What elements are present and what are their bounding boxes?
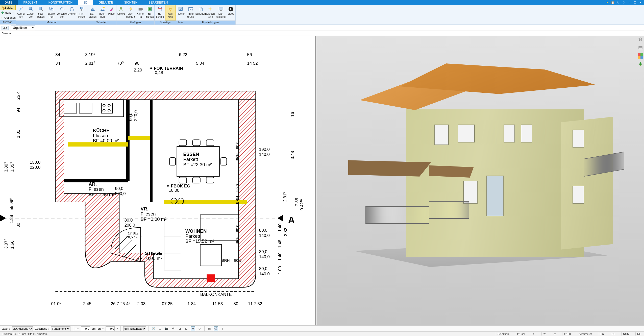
monitor-icon[interactable]: 🖵: [158, 326, 162, 331]
ribbon-hinpinsel-button[interactable]: Hin.Pinsel: [77, 5, 87, 20]
ribbon-abgreifen-button[interactable]: Abgrei-fen: [16, 5, 27, 20]
ribbon-rechnen-button[interactable]: Rech-nen: [98, 5, 107, 20]
ribbon-3dschnitt-button[interactable]: 3D-Schnitt: [155, 5, 165, 20]
selection-panel: Selekt Mark.▼ + Optionen: [0, 5, 16, 20]
svg-text:2.03: 2.03: [137, 301, 145, 306]
plus-icon: +: [1, 16, 4, 19]
menu-bearbeiten[interactable]: BEARBEITEN: [143, 0, 174, 5]
layers2-icon[interactable]: ❖: [171, 326, 176, 331]
menu-sichten[interactable]: SICHTEN: [119, 0, 143, 5]
svg-point-17: [170, 8, 172, 9]
window-restore-icon[interactable]: ❐: [633, 1, 637, 5]
options-button[interactable]: + Optionen: [0, 15, 16, 20]
options-label: Optionen: [4, 16, 16, 19]
menu-konstruktion[interactable]: KONSTRUKTION: [43, 0, 78, 5]
svg-text:ESSEN: ESSEN: [183, 152, 199, 157]
length-unit: cm: [92, 327, 96, 330]
ribbon-3dbitmap-button[interactable]: 3D-Bitmap: [145, 5, 154, 20]
geschoss-label: Geschoss :: [35, 327, 49, 330]
layer-select[interactable]: 2D Aussena: [12, 326, 33, 331]
svg-rect-12: [130, 10, 131, 11]
ribbon-objekt-button[interactable]: Objekt: [116, 5, 126, 20]
terrain-dropdown[interactable]: Urgelände: [11, 25, 35, 30]
ribbon-drehen-button[interactable]: Drehen: [67, 5, 77, 20]
svg-point-75: [108, 109, 110, 112]
info-icon[interactable]: ¦: [220, 326, 225, 331]
ribbon-flaeche-button[interactable]: m²Fläche: [176, 5, 185, 20]
snap1-icon[interactable]: ◢: [178, 326, 182, 331]
ribbon-pinsel-button[interactable]: Pinsel: [107, 5, 116, 20]
option-bar: Layer : 2D Aussena Geschoss : Fundament …: [0, 325, 644, 331]
ribbon-drehen-label: Drehen: [68, 12, 76, 15]
view-tag-3d[interactable]: 3D: [2, 26, 9, 30]
ribbon-zuweisen-button[interactable]: Zuwei-sen: [27, 5, 36, 20]
svg-text:1.66: 1.66: [10, 241, 15, 249]
kollision-icon: [167, 6, 174, 12]
length-label: l =: [76, 327, 79, 330]
ribbon-hintergrund-button[interactable]: Hinter-grund: [185, 5, 196, 20]
ribbon-verschieben-button[interactable]: Verschie-ben: [57, 5, 67, 20]
direction-select[interactable]: dl (Richtung/Di: [123, 326, 146, 331]
group-sonstige-label: Sonstige: [155, 20, 176, 25]
ribbon-darstellung-button[interactable]: Dar-stellung: [216, 5, 226, 20]
ribbon-beleuchtung-label: Beleuch-tung: [205, 12, 215, 18]
layers-icon[interactable]: [638, 37, 643, 42]
geschoss-select[interactable]: Fundament: [51, 326, 70, 331]
abgreifen-icon: [18, 6, 24, 12]
ribbon-kollision-button[interactable]: Kolli-sion: [165, 5, 176, 20]
render-3d-view[interactable]: [317, 36, 644, 325]
ribbon-bearbeiten-button[interactable]: Bear-beiten: [36, 5, 46, 20]
ribbon-hinpinsel-label: Hin.Pinsel: [78, 12, 86, 18]
window-minimize-icon[interactable]: –: [627, 1, 631, 5]
menu-datei[interactable]: DATEI: [0, 0, 18, 5]
ribbon-rechnen-label: Rech-nen: [99, 12, 106, 18]
select-button[interactable]: Selekt: [0, 5, 16, 10]
menu-projekt[interactable]: PROJEKT: [18, 0, 43, 5]
svg-text:220,0: 220,0: [30, 165, 40, 170]
furniture-icon[interactable]: [638, 45, 643, 51]
palette-icon[interactable]: [638, 53, 643, 59]
window-close-icon[interactable]: ✕: [638, 1, 642, 5]
svg-text:1.00: 1.00: [278, 266, 282, 274]
tool-icon[interactable]: ✖: [605, 1, 609, 5]
refresh-icon[interactable]: ↻: [616, 1, 620, 5]
grid-icon[interactable]: ▦: [207, 326, 212, 331]
menu-gelaende[interactable]: GELÄNDE: [93, 0, 118, 5]
view-tools-strip: [637, 37, 644, 67]
bearbeiten-icon: [38, 6, 44, 12]
snap3-icon[interactable]: ◆: [191, 326, 195, 331]
help-icon[interactable]: ?: [622, 1, 626, 5]
ribbon-beleuchtung-button[interactable]: Beleuch-tung: [205, 5, 216, 20]
svg-rect-63: [200, 215, 239, 240]
plan-2d-view[interactable]: 343.19⁵6.2256 342.81⁵70⁵905.0414 52 2.20…: [0, 36, 316, 325]
snap4-icon[interactable]: ◇: [197, 326, 202, 331]
north-icon[interactable]: Ⓝ: [214, 326, 218, 331]
svg-rect-28: [220, 10, 222, 11]
svg-rect-59: [193, 177, 200, 183]
mark-button[interactable]: Mark.▼: [0, 10, 16, 15]
ribbon-lichtquelle-button[interactable]: Licht-quelle ▾: [126, 5, 136, 20]
svg-rect-61: [169, 158, 176, 165]
svg-text:11 53: 11 53: [212, 301, 223, 306]
svg-text:6.22: 6.22: [179, 52, 187, 57]
snap2-icon[interactable]: ◣: [184, 326, 189, 331]
ribbon-darstellen-button[interactable]: Dar-stellen: [87, 5, 98, 20]
svg-text:m²: m²: [180, 8, 182, 10]
phi-input[interactable]: [106, 326, 115, 331]
svg-text:Parkett: Parkett: [183, 157, 198, 162]
ribbon-schatten2-button[interactable]: Schatten: [196, 5, 205, 20]
ribbon-kamera-button[interactable]: Kame-ra: [136, 5, 145, 20]
clipboard-icon[interactable]: 📋: [611, 1, 615, 5]
camera-icon[interactable]: 📷: [164, 326, 169, 331]
clock-icon[interactable]: 🕘: [151, 326, 156, 331]
group-material-label: Material: [16, 20, 87, 25]
tree-icon[interactable]: [638, 61, 643, 67]
ribbon-video-button[interactable]: Video: [226, 5, 235, 20]
svg-text:BRH = 80,0: BRH = 80,0: [235, 184, 239, 204]
menu-3d[interactable]: 3D: [78, 0, 93, 5]
svg-rect-6: [81, 7, 83, 9]
length-input[interactable]: [81, 326, 90, 331]
svg-point-0: [2, 12, 4, 14]
svg-rect-62: [221, 158, 227, 165]
ribbon-skalieren-button[interactable]: Skalie-ren: [46, 5, 57, 20]
